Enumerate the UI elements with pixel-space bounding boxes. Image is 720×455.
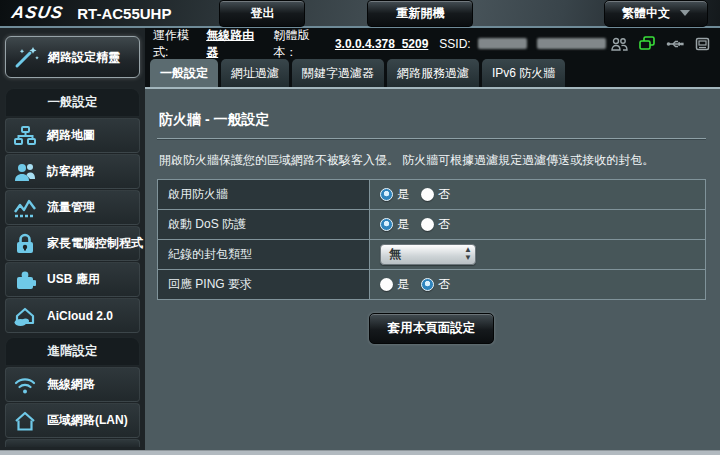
sidebar-item-usb-application[interactable]: USB 應用 bbox=[5, 262, 140, 297]
respond-ping-options: 是 否 bbox=[380, 276, 695, 293]
page-title: 防火牆 - 一般設定 bbox=[157, 101, 706, 139]
select-stepper-icon: ▲▼ bbox=[464, 246, 472, 262]
dos-protection-options: 是 否 bbox=[380, 216, 695, 233]
enable-firewall-no-radio[interactable] bbox=[421, 188, 434, 201]
language-dropdown[interactable]: 繁體中文 bbox=[604, 0, 708, 27]
enable-firewall-yes-radio[interactable] bbox=[380, 188, 393, 201]
tab-general[interactable]: 一般設定 bbox=[150, 59, 218, 87]
top-header: ASUS RT-AC55UHP 登出 重新開機 繁體中文 bbox=[0, 0, 720, 28]
firewall-tabs: 一般設定 網址過濾 關鍵字過濾器 網路服務過濾 IPv6 防火牆 bbox=[145, 59, 720, 89]
dos-protection-no-radio[interactable] bbox=[421, 218, 434, 231]
logout-button[interactable]: 登出 bbox=[219, 0, 305, 27]
sidebar-item-aicloud[interactable]: AiCloud 2.0 bbox=[5, 298, 140, 333]
sidebar-item-label: 訪客網路 bbox=[47, 163, 95, 180]
op-mode-label: 運作模式: bbox=[153, 27, 201, 61]
select-value: 無 bbox=[389, 246, 401, 263]
apply-button[interactable]: 套用本頁面設定 bbox=[369, 313, 495, 344]
ssid-label: SSID: bbox=[439, 37, 470, 51]
status-infobar: 運作模式: 無線路由器 韌體版本： 3.0.0.4.378_5209 SSID: bbox=[145, 28, 720, 59]
sidebar-item-partial[interactable] bbox=[5, 439, 140, 447]
enable-firewall-label: 啟用防火牆 bbox=[158, 180, 370, 210]
table-row: 回應 PING 要求 是 否 bbox=[158, 270, 706, 300]
sidebar-item-label: 區域網路(LAN) bbox=[47, 412, 128, 429]
sidebar-item-label: USB 應用 bbox=[47, 271, 100, 288]
table-row: 啟用防火牆 是 否 bbox=[158, 180, 706, 210]
sidebar-item-network-map[interactable]: 網路地圖 bbox=[5, 118, 140, 153]
content-panel: 防火牆 - 一般設定 開啟防火牆保護您的區域網路不被駭客入侵。 防火牆可根據過濾… bbox=[145, 89, 720, 453]
network-map-icon bbox=[10, 124, 40, 148]
table-row: 啟動 DoS 防護 是 否 bbox=[158, 210, 706, 240]
sidebar: 網路設定精靈 一般設定 網路地圖 bbox=[0, 28, 145, 453]
language-label: 繁體中文 bbox=[622, 5, 670, 22]
clients-icon[interactable] bbox=[611, 37, 628, 51]
firmware-label: 韌體版本： bbox=[274, 27, 330, 61]
asus-logo: ASUS bbox=[10, 3, 65, 23]
tab-network-service-filter[interactable]: 網路服務過濾 bbox=[387, 59, 479, 87]
enable-firewall-options: 是 否 bbox=[380, 186, 695, 203]
padlock-icon bbox=[10, 232, 40, 256]
sidebar-item-label: 家長電腦控制程式 bbox=[47, 235, 143, 252]
ssid-value-redacted bbox=[537, 38, 607, 49]
no-label: 否 bbox=[438, 216, 450, 233]
sidebar-section-general: 一般設定 bbox=[5, 88, 140, 117]
sidebar-item-traffic-manager[interactable]: 流量管理 bbox=[5, 190, 140, 225]
page-description: 開啟防火牆保護您的區域網路不被駭客入侵。 防火牆可根據過濾規定過濾傳送或接收的封… bbox=[159, 151, 704, 169]
sidebar-item-quick-setup[interactable]: 網路設定精靈 bbox=[5, 36, 140, 78]
tab-url-filter[interactable]: 網址過濾 bbox=[221, 59, 289, 87]
network-status-icon[interactable] bbox=[639, 36, 655, 51]
respond-ping-yes-radio[interactable] bbox=[380, 278, 393, 291]
yes-label: 是 bbox=[397, 276, 409, 293]
tab-keyword-filter[interactable]: 關鍵字過濾器 bbox=[292, 59, 384, 87]
tab-ipv6-firewall[interactable]: IPv6 防火牆 bbox=[482, 59, 565, 87]
logged-packet-type-select[interactable]: 無 ▲▼ bbox=[380, 244, 476, 265]
horizontal-scrollbar[interactable] bbox=[0, 450, 720, 455]
sidebar-item-label: 網路設定精靈 bbox=[48, 49, 120, 66]
cloud-home-icon bbox=[10, 304, 40, 328]
puzzle-piece-icon bbox=[10, 268, 40, 292]
sidebar-item-lan[interactable]: 區域網路(LAN) bbox=[5, 403, 140, 438]
firewall-settings-table: 啟用防火牆 是 否 啟動 DoS 防護 bbox=[157, 179, 706, 300]
table-row: 紀錄的封包類型 無 ▲▼ bbox=[158, 240, 706, 270]
dos-protection-label: 啟動 DoS 防護 bbox=[158, 210, 370, 240]
traffic-chart-icon bbox=[10, 196, 40, 220]
firmware-version-link[interactable]: 3.0.0.4.378_5209 bbox=[335, 37, 428, 51]
yes-label: 是 bbox=[397, 186, 409, 203]
sidebar-item-wireless[interactable]: 無線網路 bbox=[5, 367, 140, 402]
printer-status-icon[interactable] bbox=[695, 37, 710, 51]
sidebar-item-label: AiCloud 2.0 bbox=[47, 309, 113, 323]
no-label: 否 bbox=[438, 186, 450, 203]
logged-packet-type-label: 紀錄的封包類型 bbox=[158, 240, 370, 270]
home-icon bbox=[10, 409, 40, 433]
sidebar-item-parental-controls[interactable]: 家長電腦控制程式 bbox=[5, 226, 140, 261]
dos-protection-yes-radio[interactable] bbox=[380, 218, 393, 231]
wifi-icon bbox=[10, 373, 40, 397]
router-model: RT-AC55UHP bbox=[77, 5, 171, 22]
guest-network-icon bbox=[10, 160, 40, 184]
reboot-button[interactable]: 重新開機 bbox=[367, 0, 473, 27]
sidebar-item-label: 流量管理 bbox=[47, 199, 95, 216]
status-icons bbox=[611, 36, 710, 51]
main-area: 運作模式: 無線路由器 韌體版本： 3.0.0.4.378_5209 SSID: bbox=[145, 28, 720, 453]
respond-ping-label: 回應 PING 要求 bbox=[158, 270, 370, 300]
chevron-down-icon bbox=[680, 10, 690, 16]
magic-wand-icon bbox=[12, 45, 42, 69]
sidebar-item-guest-network[interactable]: 訪客網路 bbox=[5, 154, 140, 189]
sidebar-section-advanced: 進階設定 bbox=[5, 337, 140, 366]
ssid-value-redacted bbox=[478, 38, 527, 49]
op-mode-link[interactable]: 無線路由器 bbox=[206, 27, 262, 61]
no-label: 否 bbox=[438, 276, 450, 293]
usb-status-icon[interactable] bbox=[666, 38, 684, 50]
sidebar-item-label: 網路地圖 bbox=[47, 127, 95, 144]
sidebar-item-label: 無線網路 bbox=[47, 376, 95, 393]
yes-label: 是 bbox=[397, 216, 409, 233]
respond-ping-no-radio[interactable] bbox=[421, 278, 434, 291]
